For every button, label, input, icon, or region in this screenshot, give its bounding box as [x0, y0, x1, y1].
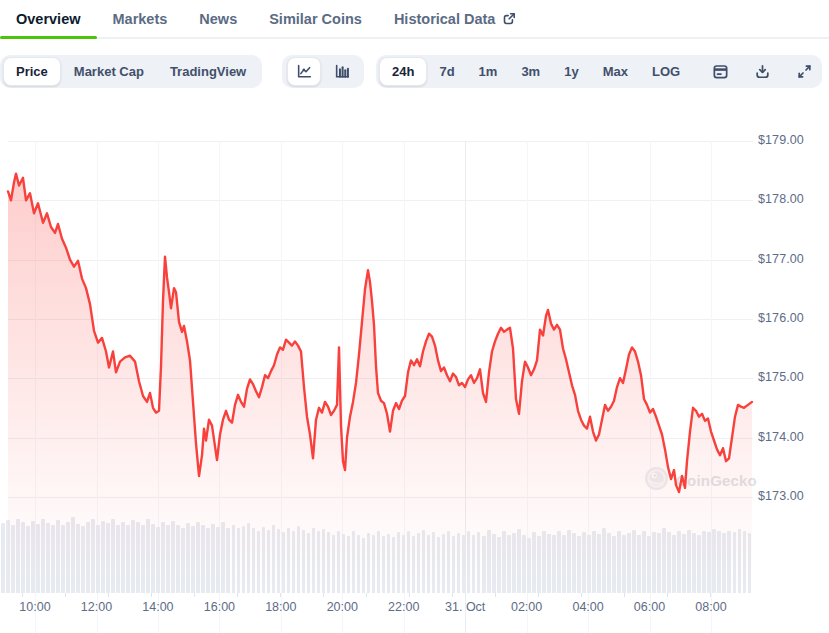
chart-type-group: [282, 55, 364, 88]
range-1y-button[interactable]: 1y: [552, 57, 590, 86]
active-tab-indicator: [0, 36, 97, 39]
market-cap-button[interactable]: Market Cap: [61, 57, 157, 86]
range-log-button[interactable]: LOG: [640, 57, 692, 86]
range-1m-button[interactable]: 1m: [467, 57, 510, 86]
tab-historical-data[interactable]: Historical Data: [394, 11, 518, 27]
range-3m-button[interactable]: 3m: [509, 57, 552, 86]
tab-bar: OverviewMarketsNewsSimilar CoinsHistoric…: [0, 0, 829, 39]
price-area-fill: [8, 174, 752, 593]
tab-markets[interactable]: Markets: [113, 11, 168, 27]
tab-label: Historical Data: [394, 11, 496, 27]
tab-label: Similar Coins: [269, 11, 362, 27]
tab-label: Overview: [16, 11, 81, 27]
price-line-series: [0, 100, 829, 633]
tab-overview[interactable]: Overview: [16, 11, 81, 27]
download-icon-button[interactable]: [748, 57, 776, 86]
external-link-icon: [501, 11, 517, 27]
tab-news[interactable]: News: [199, 11, 237, 27]
line-chart-icon-button[interactable]: [287, 57, 321, 86]
calendar-icon-button[interactable]: [706, 57, 734, 86]
tab-label: News: [199, 11, 237, 27]
metric-button-group: PriceMarket CapTradingView: [0, 55, 262, 88]
price-chart[interactable]: $179.00$178.00$177.00$176.00$175.00$174.…: [0, 100, 829, 633]
coin-chart-page: OverviewMarketsNewsSimilar CoinsHistoric…: [0, 0, 829, 633]
price-button[interactable]: Price: [3, 57, 61, 86]
range-7d-button[interactable]: 7d: [427, 57, 466, 86]
tradingview-button[interactable]: TradingView: [157, 57, 259, 86]
range-max-button[interactable]: Max: [591, 57, 640, 86]
range-button-group: 24h7d1m3m1yMaxLOG: [376, 55, 822, 88]
expand-icon-button[interactable]: [791, 57, 819, 86]
range-24h-button[interactable]: 24h: [379, 57, 427, 86]
candlestick-chart-icon-button[interactable]: [325, 57, 359, 86]
tab-label: Markets: [113, 11, 168, 27]
tab-similar-coins[interactable]: Similar Coins: [269, 11, 362, 27]
